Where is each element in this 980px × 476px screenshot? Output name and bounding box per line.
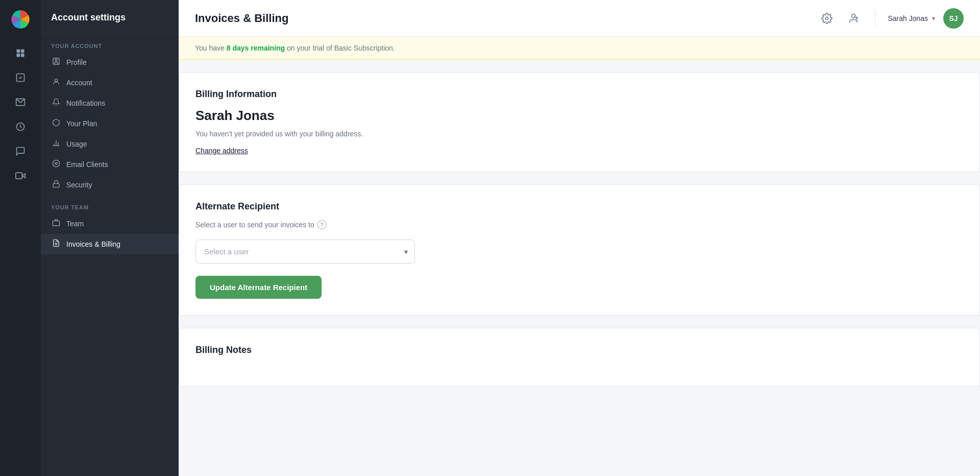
sidebar-item-account[interactable]: Account xyxy=(41,73,179,93)
svg-rect-1 xyxy=(17,50,20,53)
sidebar-item-label: Email Clients xyxy=(66,160,108,169)
disc-icon xyxy=(51,159,61,170)
sidebar-item-invoices-billing[interactable]: Invoices & Billing xyxy=(41,234,179,254)
header-user-name: Sarah Jonas xyxy=(888,14,928,22)
billing-description: You haven't yet provided us with your bi… xyxy=(195,130,963,138)
add-user-icon-btn[interactable] xyxy=(844,9,863,28)
your-team-label: YOUR TEAM xyxy=(41,195,179,213)
sidebar-item-profile[interactable]: Profile xyxy=(41,52,179,73)
envelope-icon[interactable] xyxy=(10,92,31,112)
svg-rect-2 xyxy=(21,50,24,53)
svg-rect-4 xyxy=(21,54,24,57)
select-user-dropdown[interactable]: Select a user xyxy=(195,240,415,264)
main-header: Invoices & Billing Sarah Jonas ▾ xyxy=(179,0,980,37)
icon-rail xyxy=(0,0,41,476)
billing-notes-title: Billing Notes xyxy=(195,345,963,355)
svg-point-24 xyxy=(852,14,855,17)
svg-point-18 xyxy=(55,162,57,164)
svg-rect-3 xyxy=(17,54,20,57)
sidebar-item-team[interactable]: Team xyxy=(41,213,179,234)
sidebar-item-your-plan[interactable]: Your Plan xyxy=(41,113,179,134)
video-icon[interactable] xyxy=(10,165,31,186)
sidebar-item-label: Usage xyxy=(66,140,87,148)
sidebar: Account settings YOUR ACCOUNT Profile Ac… xyxy=(41,0,179,476)
sidebar-item-label: Team xyxy=(66,220,84,228)
sidebar-item-usage[interactable]: Usage xyxy=(41,134,179,154)
check-square-icon[interactable] xyxy=(10,67,31,88)
select-user-wrapper: Select a user ▾ xyxy=(195,240,415,264)
change-address-link[interactable]: Change address xyxy=(195,147,248,155)
sidebar-item-notifications[interactable]: Notifications xyxy=(41,93,179,113)
profile-icon xyxy=(51,57,61,67)
file-text-icon xyxy=(51,239,61,249)
trial-highlight: 8 days remaining xyxy=(227,44,285,52)
page-title: Invoices & Billing xyxy=(195,12,818,25)
avatar[interactable]: SJ xyxy=(943,8,964,29)
clock-icon[interactable] xyxy=(10,116,31,137)
main-content: Invoices & Billing Sarah Jonas ▾ xyxy=(179,0,980,476)
svg-rect-9 xyxy=(16,173,22,179)
alternate-recipient-desc: Select a user to send your invoices to ? xyxy=(195,220,963,229)
lock-icon xyxy=(51,180,61,190)
box-icon xyxy=(51,118,61,129)
svg-rect-20 xyxy=(53,221,59,226)
briefcase-icon xyxy=(51,219,61,229)
sidebar-item-label: Invoices & Billing xyxy=(66,240,120,248)
info-icon: ? xyxy=(317,220,327,229)
billing-user-name: Sarah Jonas xyxy=(195,108,963,124)
sidebar-item-security[interactable]: Security xyxy=(41,175,179,195)
alternate-recipient-card: Alternate Recipient Select a user to sen… xyxy=(179,184,980,316)
svg-rect-19 xyxy=(53,183,59,187)
svg-point-11 xyxy=(55,59,57,61)
trial-banner: You have 8 days remaining on your trial … xyxy=(179,37,980,60)
sidebar-item-email-clients[interactable]: Email Clients xyxy=(41,154,179,175)
header-divider xyxy=(875,10,875,27)
alternate-recipient-title: Alternate Recipient xyxy=(195,201,963,212)
sidebar-item-label: Notifications xyxy=(66,99,105,107)
bar-chart-icon xyxy=(51,139,61,149)
chevron-down-icon: ▾ xyxy=(932,15,935,22)
sidebar-item-label: Security xyxy=(66,181,92,189)
svg-point-12 xyxy=(55,79,57,82)
sidebar-item-label: Your Plan xyxy=(66,120,97,128)
app-logo[interactable] xyxy=(9,8,32,31)
sidebar-header: Account settings xyxy=(41,0,179,34)
svg-point-23 xyxy=(826,17,829,20)
billing-info-card: Billing Information Sarah Jonas You have… xyxy=(179,72,980,172)
billing-notes-card: Billing Notes xyxy=(179,328,980,387)
svg-point-17 xyxy=(53,160,59,166)
content: You have 8 days remaining on your trial … xyxy=(179,37,980,476)
grid-icon[interactable] xyxy=(10,43,31,63)
billing-info-title: Billing Information xyxy=(195,89,963,100)
update-alternate-recipient-button[interactable]: Update Alternate Recipient xyxy=(195,276,322,299)
header-actions: Sarah Jonas ▾ SJ xyxy=(818,8,964,29)
bell-icon xyxy=(51,98,61,108)
svg-marker-8 xyxy=(22,174,25,178)
chat-icon[interactable] xyxy=(10,141,31,161)
account-icon xyxy=(51,78,61,88)
header-user[interactable]: Sarah Jonas ▾ xyxy=(888,14,935,22)
your-account-label: YOUR ACCOUNT xyxy=(41,34,179,52)
settings-icon-btn[interactable] xyxy=(818,9,836,28)
sidebar-item-label: Account xyxy=(66,79,92,87)
sidebar-item-label: Profile xyxy=(66,58,87,66)
